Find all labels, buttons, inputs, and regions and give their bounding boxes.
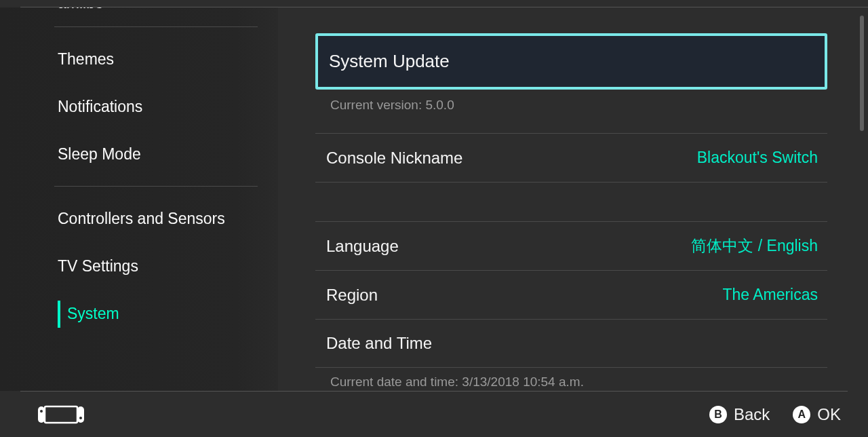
row-label: Language <box>326 237 399 256</box>
footer-hints: B Back A OK <box>709 405 841 424</box>
settings-content: System Update Current version: 5.0.0 Con… <box>278 7 868 391</box>
sidebar-divider <box>54 186 258 187</box>
row-console-nickname[interactable]: Console Nickname Blackout's Switch <box>315 133 827 182</box>
sidebar-item-themes[interactable]: Themes <box>58 35 258 83</box>
sidebar-item-sleep-mode[interactable]: Sleep Mode <box>58 130 258 178</box>
current-datetime-caption: Current date and time: 3/13/2018 10:54 a… <box>315 368 827 390</box>
back-label: Back <box>734 405 770 424</box>
current-version-caption: Current version: 5.0.0 <box>315 90 827 133</box>
system-update-label: System Update <box>329 51 450 71</box>
sidebar-item-amiibo[interactable]: amiibo <box>58 7 258 18</box>
row-label: Region <box>326 286 378 305</box>
row-language[interactable]: Language 简体中文 / English <box>315 221 827 270</box>
sidebar-divider <box>54 26 258 27</box>
sidebar-item-label: Controllers and Sensors <box>58 210 225 228</box>
svg-rect-2 <box>77 406 84 423</box>
sidebar-item-system[interactable]: System <box>58 290 258 337</box>
row-date-time[interactable]: Date and Time <box>315 319 827 368</box>
system-update-button[interactable]: System Update <box>315 33 827 90</box>
ok-hint[interactable]: A OK <box>793 405 841 424</box>
controller-icon <box>37 404 85 425</box>
ok-label: OK <box>817 405 841 424</box>
row-value: 简体中文 / English <box>691 235 818 256</box>
svg-point-3 <box>40 410 43 413</box>
svg-point-4 <box>79 417 82 419</box>
section-gap <box>315 182 827 221</box>
sidebar-item-label: Notifications <box>58 98 142 116</box>
sidebar-item-label: System <box>58 305 119 323</box>
row-region[interactable]: Region The Americas <box>315 270 827 319</box>
row-label: Console Nickname <box>326 149 462 168</box>
row-value: Blackout's Switch <box>697 149 818 167</box>
sidebar-item-label: amiibo <box>58 7 104 12</box>
sidebar-item-label: Sleep Mode <box>58 145 141 164</box>
svg-rect-1 <box>38 406 45 423</box>
main-container: amiibo Themes Notifications Sleep Mode C… <box>0 7 868 391</box>
a-button-icon: A <box>793 406 810 423</box>
row-label: Date and Time <box>326 334 432 353</box>
sidebar-item-label: TV Settings <box>58 257 138 276</box>
sidebar-item-controllers[interactable]: Controllers and Sensors <box>58 195 258 242</box>
b-button-icon: B <box>709 406 727 423</box>
sidebar-item-notifications[interactable]: Notifications <box>58 83 258 130</box>
sidebar-item-tv-settings[interactable]: TV Settings <box>58 242 258 290</box>
scrollbar-thumb[interactable] <box>860 16 864 131</box>
svg-rect-0 <box>45 406 77 423</box>
top-divider <box>20 0 868 7</box>
settings-sidebar: amiibo Themes Notifications Sleep Mode C… <box>0 7 278 391</box>
sidebar-item-label: Themes <box>58 50 114 69</box>
row-value: The Americas <box>722 286 818 304</box>
footer-bar: B Back A OK <box>20 391 848 437</box>
back-hint[interactable]: B Back <box>709 405 770 424</box>
